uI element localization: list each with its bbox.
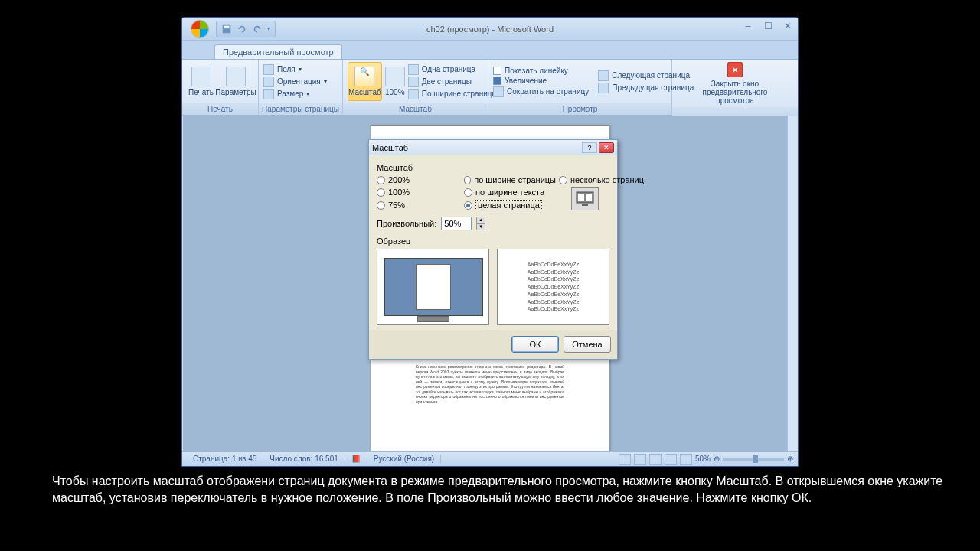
svg-rect-5	[582, 204, 588, 206]
print-options-button[interactable]: Параметры	[218, 62, 253, 101]
view-draft[interactable]	[680, 454, 692, 465]
custom-zoom-label: Произвольный:	[377, 219, 436, 228]
zoom-100-button[interactable]: 100%	[385, 62, 405, 101]
window-title: ch02 (просмотр) - Microsoft Word	[426, 24, 554, 34]
group-page-setup-label: Параметры страницы	[259, 103, 342, 115]
show-ruler-check[interactable]: Показать линейку	[493, 67, 589, 75]
ribbon-tabs: Предварительный просмотр	[182, 41, 798, 59]
ok-button[interactable]: ОК	[511, 336, 559, 353]
zoom-section-label: Масштаб	[377, 163, 609, 172]
radio-text-width[interactable]: по ширине текста	[464, 187, 556, 197]
group-zoom-label: Масштаб	[343, 103, 488, 115]
dialog-title: Масштаб	[372, 143, 582, 152]
custom-zoom-spinner[interactable]: ▲▼	[476, 217, 485, 230]
group-print-label: Печать	[182, 103, 258, 115]
dialog-titlebar: Масштаб ? ✕	[369, 140, 617, 155]
office-button[interactable]	[187, 18, 213, 41]
status-page[interactable]: Страница: 1 из 45	[187, 455, 263, 463]
redo-icon[interactable]	[252, 24, 263, 34]
print-button[interactable]: Печать	[187, 62, 215, 101]
zoom-slider[interactable]	[723, 458, 784, 461]
sample-preview	[377, 249, 489, 325]
magnifier-icon: 🔍	[354, 67, 374, 86]
view-outline[interactable]	[665, 454, 677, 465]
minimize-button[interactable]: –	[741, 21, 755, 31]
tab-print-preview[interactable]: Предварительный просмотр	[214, 44, 342, 59]
save-icon[interactable]	[221, 24, 232, 34]
options-icon	[226, 67, 246, 86]
monitor-icon	[384, 258, 483, 316]
status-proofing[interactable]: 📕	[345, 455, 368, 463]
view-web[interactable]	[649, 454, 662, 465]
magnifier-check[interactable]: Увеличение	[493, 77, 589, 85]
two-pages-button[interactable]: Две страницы	[408, 77, 498, 87]
prev-page-icon	[598, 83, 609, 93]
radio-page-width[interactable]: по ширине страницы	[464, 175, 556, 184]
svg-rect-1	[224, 25, 230, 28]
many-pages-picker[interactable]	[571, 187, 599, 210]
orientation-icon	[263, 77, 274, 87]
cancel-button[interactable]: Отмена	[564, 336, 611, 353]
one-page-icon	[408, 64, 419, 75]
quick-access-toolbar: ▾	[216, 21, 276, 37]
sample-text-box: АaBbCcDdEeXxYyZz АaBbCcDdEeXxYyZz АaBbCc…	[497, 249, 609, 325]
size-icon	[263, 89, 274, 99]
radio-200[interactable]: 200%	[377, 175, 461, 184]
zoom-button[interactable]: 🔍Масштаб	[348, 62, 382, 101]
statusbar: Страница: 1 из 45 Число слов: 16 501 📕 Р…	[182, 451, 798, 466]
radio-75[interactable]: 75%	[377, 201, 461, 210]
size-button[interactable]: Размер▾	[263, 89, 327, 99]
shrink-icon	[493, 86, 504, 97]
sample-text: АaBbCcDdEeXxYyZz АaBbCcDdEeXxYyZz АaBbCc…	[528, 261, 579, 314]
zoom-value[interactable]: 50%	[695, 455, 710, 463]
shrink-button[interactable]: Сократить на страницу	[493, 86, 589, 97]
margins-button[interactable]: Поля▾	[263, 64, 327, 75]
checkbox-checked-icon	[493, 77, 501, 85]
view-print-layout[interactable]	[619, 454, 631, 465]
video-caption: Чтобы настроить масштаб отображени стран…	[52, 473, 949, 507]
sample-label: Образец	[377, 236, 609, 246]
close-button[interactable]: ✕	[781, 21, 795, 31]
close-preview-button[interactable]: ✕ Закрыть окно предварительного просмотр…	[685, 62, 785, 105]
radio-100[interactable]: 100%	[377, 187, 461, 197]
dialog-close-button[interactable]: ✕	[599, 142, 614, 153]
undo-icon[interactable]	[237, 24, 247, 34]
view-full-screen[interactable]	[634, 454, 646, 465]
dialog-help-button[interactable]: ?	[582, 142, 597, 153]
qat-dropdown-icon[interactable]: ▾	[267, 25, 270, 32]
custom-zoom-input[interactable]	[441, 217, 472, 230]
page-width-icon	[408, 89, 419, 99]
close-icon: ✕	[727, 62, 743, 77]
zoom-in-button[interactable]: ⊕	[787, 455, 793, 463]
radio-whole-page[interactable]: целая страница	[464, 200, 556, 210]
next-page-icon	[598, 70, 609, 81]
checkbox-icon	[493, 67, 501, 75]
zoom-out-button[interactable]: ⊖	[714, 455, 720, 463]
ribbon: Печать Параметры Печать Поля▾ Ориентация…	[182, 59, 798, 116]
page-text: Книга начинаем рассмотрение главного мен…	[416, 364, 564, 404]
monitor-grid-icon	[576, 191, 594, 207]
group-preview-label: Просмотр	[488, 103, 671, 115]
two-pages-icon	[408, 77, 419, 87]
titlebar: ▾ ch02 (просмотр) - Microsoft Word – ☐ ✕	[182, 18, 798, 41]
page-width-button[interactable]: По ширине страницы	[408, 89, 498, 99]
orientation-button[interactable]: Ориентация▾	[263, 77, 327, 87]
margins-icon	[263, 64, 274, 75]
zoom-dialog: Масштаб ? ✕ Масштаб 200% по ширине стран…	[368, 139, 618, 360]
radio-many-pages[interactable]: несколько страниц:	[559, 175, 646, 184]
maximize-button[interactable]: ☐	[761, 21, 775, 31]
svg-rect-3	[578, 194, 584, 201]
printer-icon	[191, 67, 211, 86]
page-100-icon	[385, 67, 405, 86]
status-language[interactable]: Русский (Россия)	[368, 455, 441, 463]
one-page-button[interactable]: Одна страница	[408, 64, 498, 75]
vertical-scrollbar[interactable]	[787, 116, 797, 451]
svg-rect-4	[586, 194, 592, 201]
status-words[interactable]: Число слов: 16 501	[263, 455, 345, 463]
